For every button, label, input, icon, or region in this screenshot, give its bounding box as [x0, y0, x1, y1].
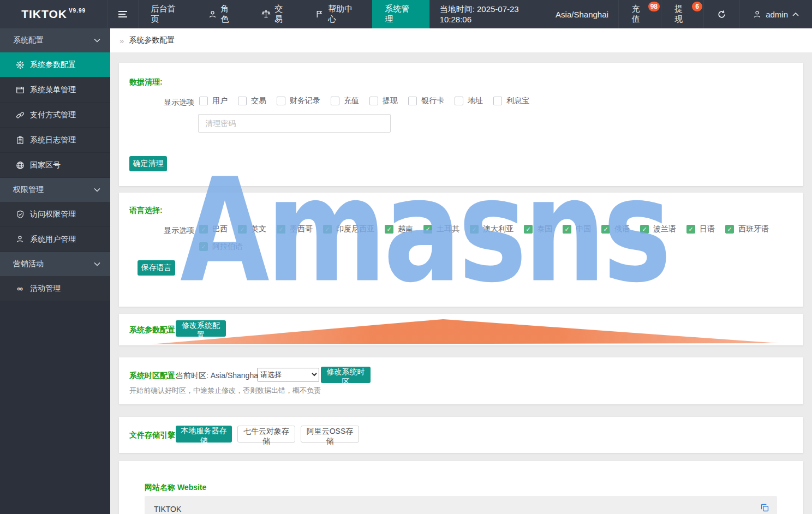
- website-name-label: 网站名称 Website: [145, 483, 206, 493]
- checkbox-lang-vietnam[interactable]: 越南: [385, 224, 413, 234]
- chevron-down-icon: [94, 262, 100, 266]
- checkbox-lang-english[interactable]: 英文: [238, 224, 266, 234]
- save-language-button[interactable]: 保存语言: [138, 260, 175, 276]
- sidebar-group-system-config[interactable]: 系统配置: [0, 28, 110, 52]
- checkbox-box[interactable]: [455, 97, 463, 105]
- link-icon: [15, 110, 25, 119]
- globe-icon: [15, 160, 25, 170]
- checkbox-box[interactable]: [686, 225, 695, 234]
- sidebar-item-country-codes[interactable]: 国家区号: [0, 153, 110, 178]
- checkbox-box[interactable]: [385, 225, 393, 234]
- nav-item-help-center[interactable]: 帮助中心: [303, 0, 373, 28]
- checkbox-box[interactable]: [199, 225, 208, 234]
- sidebar-item-payment-methods[interactable]: 支付方式管理: [0, 103, 110, 128]
- clean-password-input[interactable]: [198, 114, 391, 133]
- checkbox-box[interactable]: [493, 97, 502, 105]
- breadcrumb-current: 系统参数配置: [129, 35, 175, 45]
- checkbox-box[interactable]: [277, 97, 285, 105]
- sidebar-toggle-button[interactable]: [107, 0, 138, 28]
- checkbox-lang-spanish[interactable]: 西班牙语: [725, 224, 769, 234]
- modify-system-config-button[interactable]: 修改系统配置: [176, 320, 226, 337]
- checkbox-box[interactable]: [238, 225, 247, 234]
- checkbox-box[interactable]: [369, 97, 378, 105]
- nav-item-home[interactable]: 后台首页: [139, 0, 195, 28]
- checkbox-label: 财务记录: [290, 96, 320, 106]
- checkbox-label: 充值: [344, 96, 359, 106]
- section-title: 文件存储引擎:: [129, 431, 178, 440]
- checkbox-lang-polish[interactable]: 波兰语: [640, 224, 676, 234]
- website-name-input[interactable]: TIKTOK: [145, 496, 777, 514]
- recharge-button[interactable]: 充值 98: [618, 0, 661, 28]
- checkbox-lang-turkey[interactable]: 土耳其: [423, 224, 459, 234]
- sidebar-group-permissions[interactable]: 权限管理: [0, 178, 110, 202]
- shield-check-icon: [15, 210, 25, 219]
- checkbox-label: 印度尼西亚: [336, 224, 374, 234]
- checkbox-box[interactable]: [408, 97, 417, 105]
- admin-menu-button[interactable]: admin: [739, 0, 812, 28]
- checkbox-box[interactable]: [601, 225, 610, 234]
- checkbox-box[interactable]: [323, 225, 332, 234]
- checkbox-lang-japanese[interactable]: 日语: [686, 224, 715, 234]
- copy-icon[interactable]: [760, 503, 769, 512]
- main-area: » 系统参数配置 数据清理: 显示选项 用户 交易 财务记录 充值 提现 银行卡…: [110, 28, 812, 514]
- refresh-button[interactable]: [703, 0, 739, 28]
- sidebar-group-marketing[interactable]: 营销活动: [0, 252, 110, 276]
- checkbox-trades[interactable]: 交易: [238, 96, 266, 106]
- user-icon: [753, 10, 761, 19]
- checkbox-lang-indonesia[interactable]: 印度尼西亚: [323, 224, 374, 234]
- timezone-select[interactable]: 请选择: [258, 368, 319, 381]
- checkbox-label: 用户: [212, 96, 228, 106]
- checkbox-label: 英文: [251, 224, 266, 234]
- storage-local-button[interactable]: 本地服务器存储: [176, 426, 232, 443]
- sidebar-group-label: 权限管理: [13, 185, 44, 195]
- checkbox-box[interactable]: [423, 225, 432, 234]
- modify-timezone-button[interactable]: 修改系统时区: [321, 367, 371, 383]
- checkbox-box[interactable]: [331, 97, 339, 105]
- sidebar-item-system-params[interactable]: 系统参数配置: [0, 52, 110, 77]
- sidebar-item-system-logs[interactable]: 系统日志管理: [0, 128, 110, 153]
- checkbox-box[interactable]: [470, 225, 479, 234]
- checkbox-lang-arabic[interactable]: 阿拉伯语: [199, 242, 243, 252]
- checkbox-interest[interactable]: 利息宝: [493, 96, 529, 106]
- confirm-clean-button[interactable]: 确定清理: [129, 156, 167, 171]
- section-title: 系统时区配置:: [129, 371, 178, 381]
- checkbox-label: 西班牙语: [738, 224, 769, 234]
- current-timezone-text: 当前时区: Asia/Shanghai: [176, 371, 260, 381]
- checkbox-box[interactable]: [199, 242, 208, 251]
- withdraw-button[interactable]: 提现 6: [661, 0, 703, 28]
- checkbox-bank-card[interactable]: 银行卡: [408, 96, 444, 106]
- checkbox-box[interactable]: [277, 225, 285, 234]
- checkbox-box[interactable]: [725, 225, 734, 234]
- checkbox-box[interactable]: [640, 225, 649, 234]
- checkbox-lang-china[interactable]: 中国: [563, 224, 591, 234]
- checkbox-finance-records[interactable]: 财务记录: [277, 96, 320, 106]
- checkbox-box[interactable]: [563, 225, 571, 234]
- infinity-icon: ∞: [15, 284, 25, 293]
- checkbox-withdraw[interactable]: 提现: [369, 96, 398, 106]
- checkbox-lang-russian[interactable]: 俄语: [601, 224, 630, 234]
- sidebar-item-access-permissions[interactable]: 访问权限管理: [0, 202, 110, 227]
- sidebar-item-system-users[interactable]: 系统用户管理: [0, 227, 110, 252]
- checkbox-lang-thailand[interactable]: 泰国: [524, 224, 552, 234]
- breadcrumb-chevrons-icon: »: [120, 36, 124, 45]
- checkbox-box[interactable]: [238, 97, 247, 105]
- local-time-text: 当地时间: 2025-07-23 10:28:06: [440, 4, 548, 24]
- checkbox-box[interactable]: [199, 97, 208, 105]
- nav-item-system-management[interactable]: 系统管理: [372, 0, 429, 28]
- storage-alioss-button[interactable]: 阿里云OSS存储: [301, 426, 359, 443]
- checkbox-lang-mexico[interactable]: 墨西哥: [277, 224, 313, 234]
- card-website-name: 网站名称 Website TIKTOK: [119, 461, 803, 514]
- checkbox-box[interactable]: [524, 225, 533, 234]
- user-icon: [15, 235, 25, 244]
- nav-item-trade[interactable]: 交易: [249, 0, 302, 28]
- checkbox-recharge[interactable]: 充值: [331, 96, 359, 106]
- storage-qiniu-button[interactable]: 七牛云对象存储: [237, 426, 295, 443]
- sidebar-item-system-menu[interactable]: 系统菜单管理: [0, 77, 110, 103]
- checkbox-lang-australia[interactable]: 澳大利亚: [470, 224, 514, 234]
- checkbox-address[interactable]: 地址: [455, 96, 483, 106]
- checkbox-users[interactable]: 用户: [199, 96, 228, 106]
- nav-item-roles[interactable]: 角色: [195, 0, 249, 28]
- options-label: 显示选项: [164, 98, 194, 107]
- checkbox-lang-brazil[interactable]: 巴西: [199, 224, 228, 234]
- sidebar-item-activity-management[interactable]: ∞ 活动管理: [0, 276, 110, 301]
